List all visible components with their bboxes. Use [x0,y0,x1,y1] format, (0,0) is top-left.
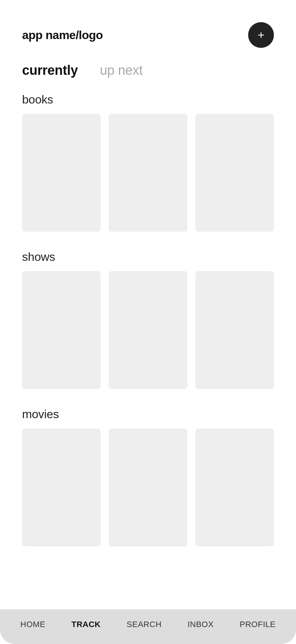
nav-label-track: TRACK [71,620,101,629]
movies-section: movies [22,407,274,546]
show-card-1[interactable] [22,271,101,389]
movie-card-3[interactable] [195,428,274,546]
movies-cards-row [22,428,274,546]
nav-item-home[interactable]: HOME [20,620,45,629]
add-button[interactable]: + [248,22,274,48]
tabs-container: currently up next [0,55,296,89]
app-container: app name/logo + currently up next books … [0,0,296,644]
nav-label-inbox: INBOX [187,620,214,629]
nav-item-inbox[interactable]: INBOX [187,620,214,629]
header: app name/logo + [0,0,296,55]
movie-card-1[interactable] [22,428,101,546]
shows-cards-row [22,271,274,389]
nav-item-search[interactable]: SEARCH [127,620,162,629]
bottom-nav: HOME TRACK SEARCH INBOX PROFILE [0,609,296,644]
main-content: books shows movies [0,89,296,609]
nav-label-search: SEARCH [127,620,162,629]
books-section: books [22,93,274,232]
movie-card-2[interactable] [109,428,187,546]
show-card-2[interactable] [109,271,187,389]
book-card-2[interactable] [109,114,187,232]
app-logo: app name/logo [22,28,103,42]
movies-section-title: movies [22,407,274,421]
nav-item-profile[interactable]: PROFILE [240,620,276,629]
tab-up-next[interactable]: up next [100,63,142,78]
show-card-3[interactable] [195,271,274,389]
books-cards-row [22,114,274,232]
nav-label-profile: PROFILE [240,620,276,629]
tab-currently[interactable]: currently [22,63,78,78]
books-section-title: books [22,93,274,106]
book-card-1[interactable] [22,114,101,232]
nav-label-home: HOME [20,620,45,629]
shows-section: shows [22,250,274,389]
shows-section-title: shows [22,250,274,264]
nav-item-track[interactable]: TRACK [71,620,101,629]
book-card-3[interactable] [195,114,274,232]
plus-icon: + [258,28,265,42]
